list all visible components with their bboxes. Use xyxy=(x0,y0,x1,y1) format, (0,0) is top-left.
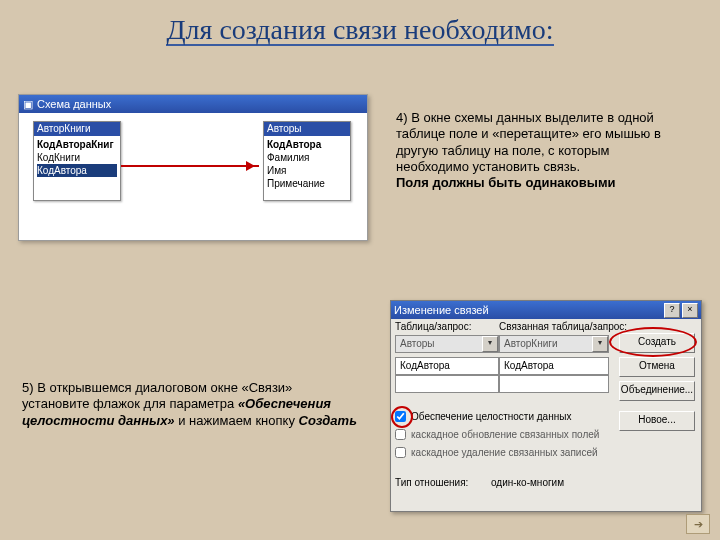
field[interactable]: КодАвтораКниг xyxy=(37,138,117,151)
drag-arrow-icon xyxy=(121,165,259,167)
table-right[interactable]: Авторы КодАвтора Фамилия Имя Примечание xyxy=(263,121,351,201)
edit-relationships-dialog: Изменение связей ? × Таблица/запрос: Свя… xyxy=(390,300,702,512)
field-selected[interactable]: КодАвтора xyxy=(37,164,117,177)
left-field-input[interactable]: КодАвтора xyxy=(395,357,499,375)
chevron-down-icon: ▾ xyxy=(482,336,498,352)
schema-window: ▣ Схема данных АвторКниги КодАвтораКниг … xyxy=(18,94,368,241)
right-field-input[interactable]: КодАвтора xyxy=(499,357,609,375)
cancel-button[interactable]: Отмена xyxy=(619,357,695,377)
table-left[interactable]: АвторКниги КодАвтораКниг КодКниги КодАвт… xyxy=(33,121,121,201)
field[interactable]: Имя xyxy=(267,164,347,177)
table-right-title: Авторы xyxy=(264,122,350,136)
field[interactable]: КодКниги xyxy=(37,151,117,164)
window-icon: ▣ xyxy=(23,95,33,113)
next-slide-button[interactable]: ➔ xyxy=(686,514,710,534)
field[interactable]: Фамилия xyxy=(267,151,347,164)
relation-type-value: один-ко-многим xyxy=(491,477,564,488)
right-table-combo[interactable]: АвторКниги▾ xyxy=(499,335,609,353)
slide-title: Для создания связи необходимо: xyxy=(0,0,720,54)
label-relation-type: Тип отношения: xyxy=(395,477,468,488)
integrity-checkbox[interactable]: Обеспечение целостности данных xyxy=(395,411,571,422)
cascade-update-checkbox[interactable]: каскадное обновление связанных полей xyxy=(395,429,599,440)
dialog-titlebar[interactable]: Изменение связей ? × xyxy=(391,301,701,319)
step4-text: 4) В окне схемы данных выделите в одной … xyxy=(396,110,686,191)
integrity-checkbox-input[interactable] xyxy=(395,411,406,422)
step5-text: 5) В открывшемся диалоговом окне «Связи»… xyxy=(22,380,362,429)
join-button[interactable]: Объединение... xyxy=(619,381,695,401)
chevron-down-icon: ▾ xyxy=(592,336,608,352)
cascade-delete-checkbox[interactable]: каскадное удаление связанных записей xyxy=(395,447,598,458)
cascade-update-input[interactable] xyxy=(395,429,406,440)
right-field-blank[interactable] xyxy=(499,375,609,393)
new-button[interactable]: Новое... xyxy=(619,411,695,431)
table-left-title: АвторКниги xyxy=(34,122,120,136)
label-table-query: Таблица/запрос: xyxy=(395,321,471,332)
label-related-table: Связанная таблица/запрос: xyxy=(499,321,627,332)
field[interactable]: КодАвтора xyxy=(267,138,347,151)
dialog-title: Изменение связей xyxy=(394,301,489,319)
cascade-delete-input[interactable] xyxy=(395,447,406,458)
close-icon[interactable]: × xyxy=(682,303,698,318)
help-icon[interactable]: ? xyxy=(664,303,680,318)
schema-window-titlebar[interactable]: ▣ Схема данных xyxy=(19,95,367,113)
schema-window-title: Схема данных xyxy=(37,95,111,113)
create-button[interactable]: Создать xyxy=(619,333,695,353)
field[interactable]: Примечание xyxy=(267,177,347,190)
left-table-combo[interactable]: Авторы▾ xyxy=(395,335,499,353)
left-field-blank[interactable] xyxy=(395,375,499,393)
